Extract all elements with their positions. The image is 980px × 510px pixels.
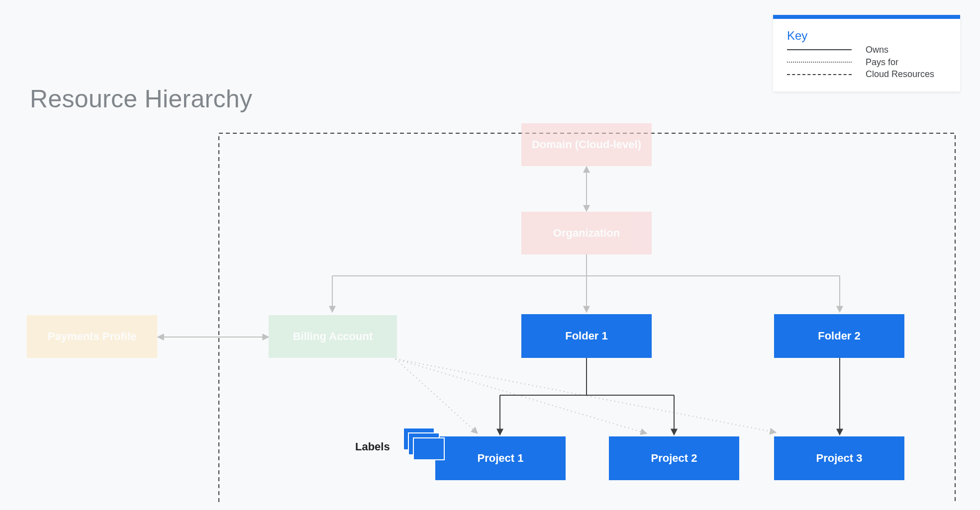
labels-caption: Labels [355,440,390,453]
node-billing-account: Billing Account [269,315,397,358]
connector-billing-project2-paysfor [395,359,647,433]
node-folder2: Folder 2 [774,314,904,358]
node-project1: Project 1 [435,436,566,480]
node-project2: Project 2 [609,436,739,480]
node-domain: Domain (Cloud-level) [521,123,652,166]
connector-folder1-branch [500,358,674,395]
connector-billing-project1-paysfor [395,359,478,433]
labels-stack-icon [403,427,448,467]
node-payments-profile: Payments Profile [27,315,157,358]
node-organization: Organization [521,212,652,255]
diagram-connectors [0,0,980,510]
node-project3: Project 3 [774,436,904,480]
node-folder1: Folder 1 [521,314,652,358]
